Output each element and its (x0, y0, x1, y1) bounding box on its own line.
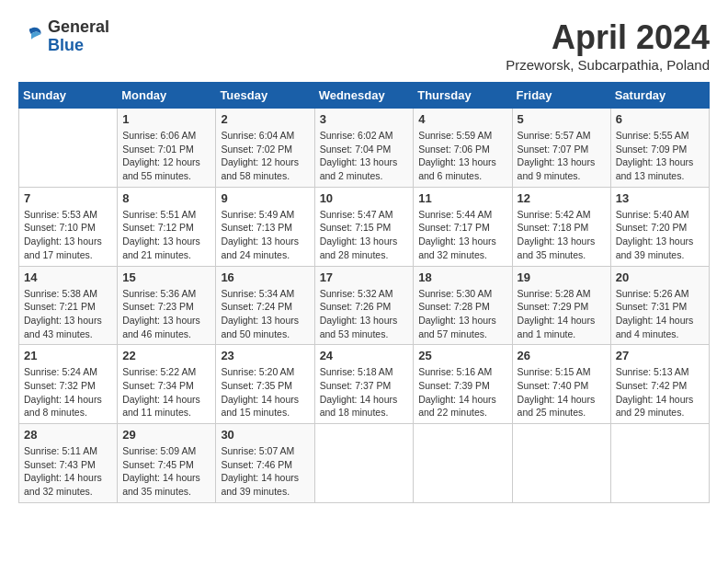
day-info: Sunrise: 5:20 AM Sunset: 7:35 PM Dayligh… (221, 365, 309, 419)
day-cell: 6Sunrise: 5:55 AM Sunset: 7:09 PM Daylig… (610, 109, 709, 188)
day-info: Sunrise: 5:59 AM Sunset: 7:06 PM Dayligh… (418, 129, 506, 183)
day-info: Sunrise: 5:13 AM Sunset: 7:42 PM Dayligh… (616, 365, 704, 419)
logo-general: General (48, 18, 109, 37)
day-number: 9 (221, 191, 309, 205)
day-cell (610, 424, 709, 503)
day-cell: 30Sunrise: 5:07 AM Sunset: 7:46 PM Dayli… (216, 424, 314, 503)
header-row: SundayMondayTuesdayWednesdayThursdayFrid… (19, 83, 710, 109)
logo: General Blue (18, 18, 109, 55)
day-cell (414, 424, 512, 503)
day-info: Sunrise: 5:55 AM Sunset: 7:09 PM Dayligh… (616, 129, 704, 183)
day-info: Sunrise: 5:22 AM Sunset: 7:34 PM Dayligh… (122, 365, 210, 419)
day-info: Sunrise: 5:15 AM Sunset: 7:40 PM Dayligh… (518, 365, 606, 419)
day-cell (19, 109, 118, 188)
day-cell: 11Sunrise: 5:44 AM Sunset: 7:17 PM Dayli… (414, 187, 512, 266)
day-cell: 21Sunrise: 5:24 AM Sunset: 7:32 PM Dayli… (19, 345, 118, 424)
week-row-3: 14Sunrise: 5:38 AM Sunset: 7:21 PM Dayli… (19, 266, 710, 345)
day-number: 1 (122, 112, 210, 126)
day-info: Sunrise: 6:06 AM Sunset: 7:01 PM Dayligh… (122, 129, 210, 183)
day-number: 3 (320, 112, 409, 126)
day-cell: 24Sunrise: 5:18 AM Sunset: 7:37 PM Dayli… (314, 345, 414, 424)
calendar-table: SundayMondayTuesdayWednesdayThursdayFrid… (18, 82, 710, 503)
day-info: Sunrise: 6:02 AM Sunset: 7:04 PM Dayligh… (320, 129, 409, 183)
day-info: Sunrise: 5:44 AM Sunset: 7:17 PM Dayligh… (418, 208, 506, 262)
day-cell: 18Sunrise: 5:30 AM Sunset: 7:28 PM Dayli… (414, 266, 512, 345)
week-row-1: 1Sunrise: 6:06 AM Sunset: 7:01 PM Daylig… (19, 109, 710, 188)
day-cell: 3Sunrise: 6:02 AM Sunset: 7:04 PM Daylig… (314, 109, 414, 188)
day-info: Sunrise: 5:34 AM Sunset: 7:24 PM Dayligh… (221, 287, 309, 341)
day-cell: 29Sunrise: 5:09 AM Sunset: 7:45 PM Dayli… (118, 424, 216, 503)
header-cell-monday: Monday (118, 83, 216, 109)
day-number: 10 (320, 191, 409, 205)
day-cell: 22Sunrise: 5:22 AM Sunset: 7:34 PM Dayli… (118, 345, 216, 424)
day-cell: 28Sunrise: 5:11 AM Sunset: 7:43 PM Dayli… (19, 424, 118, 503)
header-cell-sunday: Sunday (19, 83, 118, 109)
day-number: 4 (418, 112, 506, 126)
day-number: 30 (221, 428, 309, 442)
day-info: Sunrise: 5:57 AM Sunset: 7:07 PM Dayligh… (518, 129, 606, 183)
day-number: 11 (418, 191, 506, 205)
day-number: 17 (320, 270, 409, 284)
day-number: 6 (616, 112, 704, 126)
header-cell-thursday: Thursday (414, 83, 512, 109)
page-header: General Blue April 2024 Przeworsk, Subca… (18, 18, 710, 73)
header-cell-wednesday: Wednesday (314, 83, 414, 109)
day-info: Sunrise: 6:04 AM Sunset: 7:02 PM Dayligh… (221, 129, 309, 183)
day-number: 2 (221, 112, 309, 126)
calendar-subtitle: Przeworsk, Subcarpathia, Poland (506, 57, 710, 73)
day-cell: 2Sunrise: 6:04 AM Sunset: 7:02 PM Daylig… (216, 109, 314, 188)
day-info: Sunrise: 5:51 AM Sunset: 7:12 PM Dayligh… (122, 208, 210, 262)
header-cell-saturday: Saturday (610, 83, 709, 109)
day-number: 15 (122, 270, 210, 284)
day-cell: 27Sunrise: 5:13 AM Sunset: 7:42 PM Dayli… (610, 345, 709, 424)
day-cell: 25Sunrise: 5:16 AM Sunset: 7:39 PM Dayli… (414, 345, 512, 424)
header-cell-friday: Friday (512, 83, 610, 109)
day-info: Sunrise: 5:38 AM Sunset: 7:21 PM Dayligh… (24, 287, 112, 341)
day-info: Sunrise: 5:49 AM Sunset: 7:13 PM Dayligh… (221, 208, 309, 262)
day-number: 19 (518, 270, 606, 284)
header-cell-tuesday: Tuesday (216, 83, 314, 109)
day-info: Sunrise: 5:32 AM Sunset: 7:26 PM Dayligh… (320, 287, 409, 341)
day-info: Sunrise: 5:07 AM Sunset: 7:46 PM Dayligh… (221, 444, 309, 499)
day-cell: 12Sunrise: 5:42 AM Sunset: 7:18 PM Dayli… (512, 187, 610, 266)
calendar-title: April 2024 (506, 18, 710, 57)
day-info: Sunrise: 5:53 AM Sunset: 7:10 PM Dayligh… (24, 208, 112, 262)
logo-bird-icon (18, 24, 44, 50)
day-info: Sunrise: 5:47 AM Sunset: 7:15 PM Dayligh… (320, 208, 409, 262)
day-info: Sunrise: 5:24 AM Sunset: 7:32 PM Dayligh… (24, 365, 112, 419)
day-number: 20 (616, 270, 704, 284)
day-number: 7 (24, 191, 112, 205)
day-cell: 19Sunrise: 5:28 AM Sunset: 7:29 PM Dayli… (512, 266, 610, 345)
day-number: 12 (518, 191, 606, 205)
day-info: Sunrise: 5:40 AM Sunset: 7:20 PM Dayligh… (616, 208, 704, 262)
day-cell: 13Sunrise: 5:40 AM Sunset: 7:20 PM Dayli… (610, 187, 709, 266)
week-row-5: 28Sunrise: 5:11 AM Sunset: 7:43 PM Dayli… (19, 424, 710, 503)
day-number: 24 (320, 349, 409, 362)
day-number: 21 (24, 349, 112, 362)
day-cell: 17Sunrise: 5:32 AM Sunset: 7:26 PM Dayli… (314, 266, 414, 345)
day-info: Sunrise: 5:26 AM Sunset: 7:31 PM Dayligh… (616, 287, 704, 341)
day-cell: 1Sunrise: 6:06 AM Sunset: 7:01 PM Daylig… (118, 109, 216, 188)
day-number: 23 (221, 349, 309, 362)
day-cell: 14Sunrise: 5:38 AM Sunset: 7:21 PM Dayli… (19, 266, 118, 345)
day-cell: 10Sunrise: 5:47 AM Sunset: 7:15 PM Dayli… (314, 187, 414, 266)
day-cell: 16Sunrise: 5:34 AM Sunset: 7:24 PM Dayli… (216, 266, 314, 345)
day-number: 8 (122, 191, 210, 205)
day-info: Sunrise: 5:09 AM Sunset: 7:45 PM Dayligh… (122, 444, 210, 499)
day-info: Sunrise: 5:16 AM Sunset: 7:39 PM Dayligh… (418, 365, 506, 419)
day-cell: 5Sunrise: 5:57 AM Sunset: 7:07 PM Daylig… (512, 109, 610, 188)
day-number: 16 (221, 270, 309, 284)
day-number: 28 (24, 428, 112, 442)
day-number: 29 (122, 428, 210, 442)
day-cell: 15Sunrise: 5:36 AM Sunset: 7:23 PM Dayli… (118, 266, 216, 345)
day-number: 27 (616, 349, 704, 362)
week-row-4: 21Sunrise: 5:24 AM Sunset: 7:32 PM Dayli… (19, 345, 710, 424)
day-cell (314, 424, 414, 503)
day-number: 14 (24, 270, 112, 284)
day-number: 22 (122, 349, 210, 362)
week-row-2: 7Sunrise: 5:53 AM Sunset: 7:10 PM Daylig… (19, 187, 710, 266)
logo-blue: Blue (48, 37, 109, 55)
title-block: April 2024 Przeworsk, Subcarpathia, Pola… (506, 18, 710, 73)
day-info: Sunrise: 5:28 AM Sunset: 7:29 PM Dayligh… (518, 287, 606, 341)
day-cell: 4Sunrise: 5:59 AM Sunset: 7:06 PM Daylig… (414, 109, 512, 188)
